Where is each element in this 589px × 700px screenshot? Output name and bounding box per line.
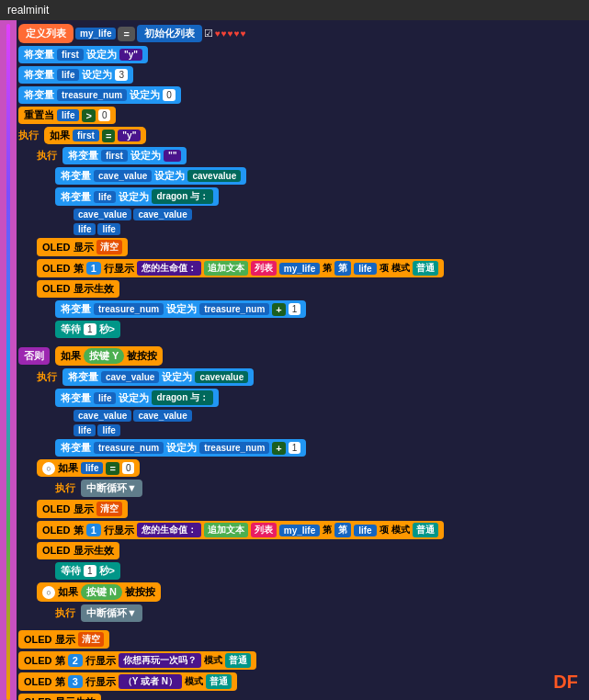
treasure-ref2: treasure_num	[199, 442, 269, 454]
set-life-dragon2-row: 将变量 life 设定为 dragon 与：	[55, 389, 585, 407]
set-first-block[interactable]: 将变量 first 设定为 "y"	[18, 46, 148, 63]
oled-clear3-row: OLED 显示 清空	[18, 630, 585, 649]
exec2-label: 执行	[37, 149, 57, 163]
set-treasure3-row: 将变量 treasure_num 设定为 treasure_num + 1	[55, 439, 585, 457]
repeat-block[interactable]: 重置当 life > 0	[18, 107, 116, 124]
exec3-label: 执行	[37, 370, 57, 384]
left-sidebar	[0, 20, 17, 700]
break-block[interactable]: 中断循环▼	[81, 480, 142, 497]
if-n-row: ○ 如果 按键 N 被按按	[37, 582, 585, 602]
item-label2: 项	[379, 524, 389, 536]
set-life-block[interactable]: 将变量 life 设定为 3	[18, 66, 133, 84]
play-again-str: 你想再玩一次吗？	[119, 653, 201, 668]
mode-label: 模式	[391, 262, 410, 275]
oled-row1-block[interactable]: OLED 第 1 行显示 您的生命值： 追加文本 列表 my_life 第 第 …	[37, 259, 444, 277]
row2-num: 1	[86, 524, 101, 536]
oled-row4-block[interactable]: OLED 第 3 行显示 （Y 或者 N） 模式 普通	[18, 672, 237, 691]
life-var2: life	[94, 191, 116, 203]
wait1-block[interactable]: 等待 1 秒>	[55, 321, 120, 338]
init-list-label: 初始化列表	[144, 27, 195, 40]
set-treasure-row: 将变量 treasure_num 设定为 0	[18, 86, 585, 104]
treasure-var2: treasure_num	[94, 303, 164, 315]
oled-display3-block[interactable]: OLED 显示生效	[18, 694, 101, 700]
eq-op: =	[102, 130, 115, 142]
mode-label2: 模式	[391, 524, 410, 536]
set-first2-block[interactable]: 将变量 first 设定为 ""	[62, 147, 187, 164]
break-block2[interactable]: 中断循环▼	[81, 604, 142, 622]
zero-val: 0	[122, 462, 135, 474]
plus-one2: 1	[289, 442, 301, 454]
cave-var: cave_value	[94, 170, 152, 182]
set-cave2-block[interactable]: 将变量 cave_value 设定为 cavevalue	[62, 368, 254, 386]
set-treasure-block[interactable]: 将变量 treasure_num 设定为 0	[18, 86, 181, 104]
if-n-block[interactable]: ○ 如果 按键 N 被按按	[37, 582, 161, 602]
cave-var2: cave_value	[101, 371, 159, 383]
eq-sign: =	[118, 27, 134, 41]
oled-row2: OLED 第 1 行显示 您的生命值： 追加文本 列表 my_life 第 第 …	[37, 521, 585, 539]
cave-fn2: cavevalue	[195, 371, 248, 383]
exec1-label: 执行	[18, 129, 39, 142]
exec3-row: 执行 将变量 cave_value 设定为 cavevalue	[37, 368, 585, 386]
oled-clear2-block[interactable]: OLED 显示 清空	[37, 500, 128, 518]
if-life0-block[interactable]: ○ 如果 life = 0	[37, 459, 140, 477]
cave-param2: cave_value	[133, 209, 191, 220]
first-cond: first	[73, 130, 99, 141]
checkbox: ☑	[204, 28, 213, 40]
set-cave-block[interactable]: 将变量 cave_value 设定为 cavevalue	[55, 167, 246, 185]
gt-op: >	[82, 109, 95, 122]
set-treasure2-block[interactable]: 将变量 treasure_num 设定为 treasure_num + 1	[55, 300, 306, 318]
treasure-val: 0	[163, 89, 176, 101]
set-life-dragon2-block[interactable]: 将变量 life 设定为 dragon 与：	[55, 389, 219, 407]
else-block: 否则	[18, 347, 50, 365]
eq-op2: =	[106, 462, 119, 475]
list-label2: 列表	[251, 523, 277, 537]
add-text1: 追加文本	[204, 261, 248, 276]
life-cond-var: life	[57, 109, 79, 121]
wait2-val: 1	[84, 565, 96, 577]
oled-row3-block[interactable]: OLED 第 2 行显示 你想再玩一次吗？ 模式 普通	[18, 651, 256, 670]
th-label: 第	[323, 262, 332, 275]
oled-clear1-block[interactable]: OLED 显示 清空	[37, 238, 128, 256]
content-area: 定义列表 my_life = 初始化列表 ☑ ♥♥♥♥♥ 将变量 first 设…	[17, 20, 589, 700]
cave-p3: cave_value	[74, 410, 131, 422]
oled-row2-block[interactable]: OLED 第 1 行显示 您的生命值： 追加文本 列表 my_life 第 第 …	[37, 521, 444, 539]
mode-val3: 普通	[225, 653, 251, 668]
life-item-ref2: life	[354, 525, 376, 536]
wait1-val: 1	[84, 323, 96, 335]
life-p3: life	[74, 424, 96, 436]
cave-p4: cave_value	[133, 410, 191, 422]
oled-display2-block[interactable]: OLED 显示生效	[37, 542, 119, 559]
init-list-block[interactable]: 初始化列表	[137, 25, 202, 42]
life-item-ref: life	[354, 263, 376, 275]
oled-clear3-sub: 清空	[78, 632, 104, 647]
wait2-block[interactable]: 等待 1 秒>	[55, 562, 120, 580]
exec5-label: 执行	[55, 606, 75, 620]
oled-display3-row: OLED 显示生效	[18, 694, 585, 700]
if1-block[interactable]: 如果 first = "y"	[44, 127, 146, 144]
row4-num: 3	[68, 675, 83, 688]
th-val: 第	[334, 261, 351, 276]
oled-clear1-row: OLED 显示 清空	[37, 238, 585, 256]
wait2-row: 等待 1 秒>	[55, 562, 585, 580]
my-life-var[interactable]: my_life	[75, 28, 116, 40]
plus-op: +	[272, 303, 285, 316]
life-p4: life	[97, 424, 119, 436]
define-row: 定义列表 my_life = 初始化列表 ☑ ♥♥♥♥♥	[18, 24, 585, 43]
set-life-row: 将变量 life 设定为 3	[18, 66, 585, 84]
mode-label3: 模式	[204, 654, 222, 667]
row1-num: 1	[86, 262, 101, 275]
th-val2: 第	[334, 523, 351, 537]
oled-display1-block[interactable]: OLED 显示生效	[37, 280, 119, 298]
cave-fn: cavevalue	[187, 170, 241, 182]
oled-clear3-block[interactable]: OLED 显示 清空	[18, 630, 109, 649]
define-block[interactable]: 定义列表	[18, 24, 74, 43]
life-params2-row: life life	[74, 424, 585, 436]
oled-display1-row: OLED 显示生效	[37, 280, 585, 298]
life-str: 您的生命值：	[137, 261, 201, 276]
set-treasure3-block[interactable]: 将变量 treasure_num 设定为 treasure_num + 1	[55, 439, 306, 457]
else-row: 否则 如果 按键 Y 被按按	[18, 346, 585, 366]
set-life-dragon-block[interactable]: 将变量 life 设定为 dragon 与：	[55, 187, 219, 206]
mode-label4: 模式	[185, 675, 203, 688]
if-y-block[interactable]: 如果 按键 Y 被按按	[55, 346, 163, 366]
life-val: 3	[115, 69, 128, 81]
